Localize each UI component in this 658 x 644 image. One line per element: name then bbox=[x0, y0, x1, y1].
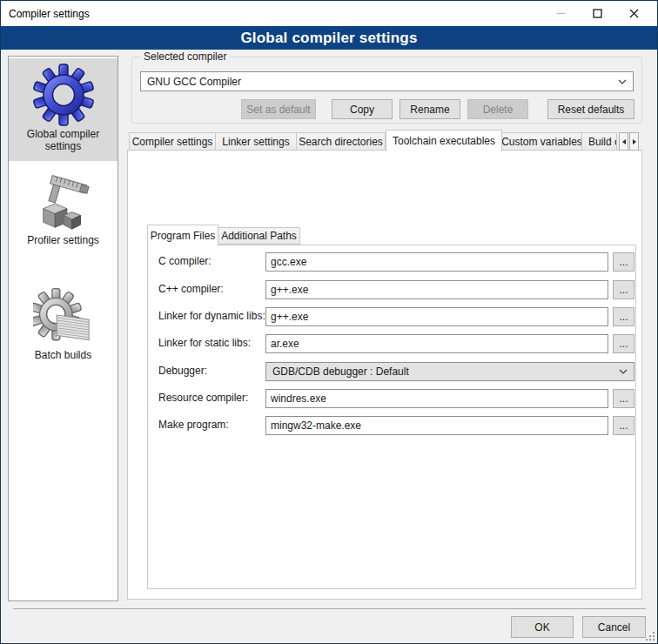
rename-button[interactable]: Rename bbox=[400, 99, 460, 119]
subtab-program-files[interactable]: Program Files bbox=[147, 225, 218, 245]
cpp-compiler-browse-button[interactable]: ... bbox=[613, 280, 634, 299]
tab-compiler-settings[interactable]: Compiler settings bbox=[129, 132, 216, 151]
minimize-icon bbox=[556, 9, 566, 18]
subtab-additional-paths[interactable]: Additional Paths bbox=[218, 227, 300, 245]
minimize-button[interactable] bbox=[542, 1, 579, 26]
cancel-button[interactable]: Cancel bbox=[582, 616, 646, 638]
arrow-left-icon bbox=[622, 139, 626, 144]
set-as-default-button[interactable]: Set as default bbox=[241, 99, 316, 119]
cpp-compiler-row: C++ compiler: ... bbox=[148, 280, 635, 299]
debugger-select-value: GDB/CDB debugger : Default bbox=[266, 366, 613, 378]
chevron-down-icon bbox=[612, 79, 633, 84]
title-bar[interactable]: Compiler settings bbox=[1, 1, 657, 26]
sidebar-item-label: Batch builds bbox=[9, 349, 118, 361]
c-compiler-input[interactable] bbox=[265, 252, 608, 272]
compiler-settings-dialog: Compiler settings Global compiler settin… bbox=[0, 0, 658, 644]
reset-defaults-button[interactable]: Reset defaults bbox=[547, 99, 634, 119]
dynamic-linker-row: Linker for dynamic libs: ... bbox=[148, 307, 635, 326]
static-linker-row: Linker for static libs: ... bbox=[148, 334, 635, 353]
cpp-compiler-input[interactable] bbox=[265, 280, 608, 299]
ok-button[interactable]: OK bbox=[511, 616, 574, 638]
make-program-input[interactable] bbox=[265, 416, 608, 435]
make-program-row: Make program: ... bbox=[148, 416, 635, 435]
sidebar-item-global-compiler-settings[interactable]: Global compiler settings bbox=[9, 58, 118, 161]
maximize-button[interactable] bbox=[579, 1, 615, 26]
dialog-banner: Global compiler settings bbox=[1, 26, 657, 50]
program-files-panel: C compiler: ... C++ compiler: ... Linker… bbox=[147, 245, 636, 589]
resource-compiler-browse-button[interactable]: ... bbox=[613, 389, 634, 408]
caliper-icon bbox=[33, 171, 94, 232]
window-title: Compiler settings bbox=[9, 8, 90, 20]
program-files-tab-strip: Program Files Additional Paths bbox=[147, 224, 300, 245]
make-program-browse-button[interactable]: ... bbox=[613, 416, 634, 435]
tab-search-directories[interactable]: Search directories bbox=[297, 132, 386, 151]
debugger-select[interactable]: GDB/CDB debugger : Default bbox=[265, 362, 634, 381]
static-linker-label: Linker for static libs: bbox=[158, 337, 251, 349]
resource-compiler-row: Resource compiler: ... bbox=[148, 389, 635, 408]
debugger-label: Debugger: bbox=[158, 365, 207, 377]
tab-scroll-arrows bbox=[618, 132, 639, 151]
caption-buttons bbox=[542, 1, 652, 26]
static-linker-browse-button[interactable]: ... bbox=[613, 334, 634, 353]
settings-tab-strip: Compiler settings Linker settings Search… bbox=[129, 129, 639, 151]
sidebar-item-batch-builds[interactable]: Batch builds bbox=[9, 281, 118, 379]
footer-divider bbox=[13, 608, 646, 609]
sidebar-item-label: Profiler settings bbox=[9, 234, 118, 246]
tab-build-options[interactable]: Build options bbox=[582, 132, 617, 151]
resize-grip[interactable] bbox=[646, 632, 655, 641]
dynamic-linker-label: Linker for dynamic libs: bbox=[158, 310, 265, 322]
dynamic-linker-browse-button[interactable]: ... bbox=[613, 307, 634, 326]
tab-toolchain-executables[interactable]: Toolchain executables bbox=[386, 130, 502, 151]
c-compiler-label: C compiler: bbox=[158, 255, 212, 267]
compiler-select-value: GNU GCC Compiler bbox=[141, 76, 612, 88]
selected-compiler-group: Selected compiler GNU GCC Compiler Set a… bbox=[131, 57, 642, 124]
delete-button[interactable]: Delete bbox=[467, 99, 528, 119]
tab-linker-settings[interactable]: Linker settings bbox=[216, 132, 297, 151]
blue-gear-icon bbox=[32, 64, 95, 126]
make-program-label: Make program: bbox=[158, 419, 229, 431]
arrow-right-icon bbox=[633, 139, 636, 144]
dynamic-linker-input[interactable] bbox=[265, 307, 608, 326]
gray-gear-stack-icon bbox=[33, 286, 94, 347]
cpp-compiler-label: C++ compiler: bbox=[158, 283, 224, 295]
close-button[interactable] bbox=[615, 1, 652, 26]
compiler-actions: Set as default Copy Rename Delete Reset … bbox=[132, 99, 641, 119]
banner-title: Global compiler settings bbox=[240, 30, 417, 47]
selected-compiler-group-label: Selected compiler bbox=[140, 50, 230, 63]
resource-compiler-input[interactable] bbox=[265, 389, 608, 408]
tab-scroll-left-button[interactable] bbox=[619, 132, 628, 151]
copy-button[interactable]: Copy bbox=[332, 99, 393, 119]
settings-category-list: Global compiler settings Profil bbox=[8, 56, 118, 601]
resource-compiler-label: Resource compiler: bbox=[158, 392, 248, 404]
static-linker-input[interactable] bbox=[265, 334, 608, 353]
debugger-row: Debugger: GDB/CDB debugger : Default bbox=[148, 362, 635, 381]
maximize-icon bbox=[593, 9, 602, 18]
close-icon bbox=[629, 9, 639, 18]
c-compiler-browse-button[interactable]: ... bbox=[613, 252, 634, 272]
c-compiler-row: C compiler: ... bbox=[148, 252, 635, 272]
tab-custom-variables[interactable]: Custom variables bbox=[502, 132, 582, 151]
sidebar-item-label: Global compiler settings bbox=[9, 128, 118, 152]
tab-scroll-right-button[interactable] bbox=[629, 132, 639, 151]
chevron-down-icon bbox=[613, 369, 634, 374]
compiler-select[interactable]: GNU GCC Compiler bbox=[140, 71, 634, 91]
sidebar-item-profiler-settings[interactable]: Profiler settings bbox=[9, 166, 118, 253]
